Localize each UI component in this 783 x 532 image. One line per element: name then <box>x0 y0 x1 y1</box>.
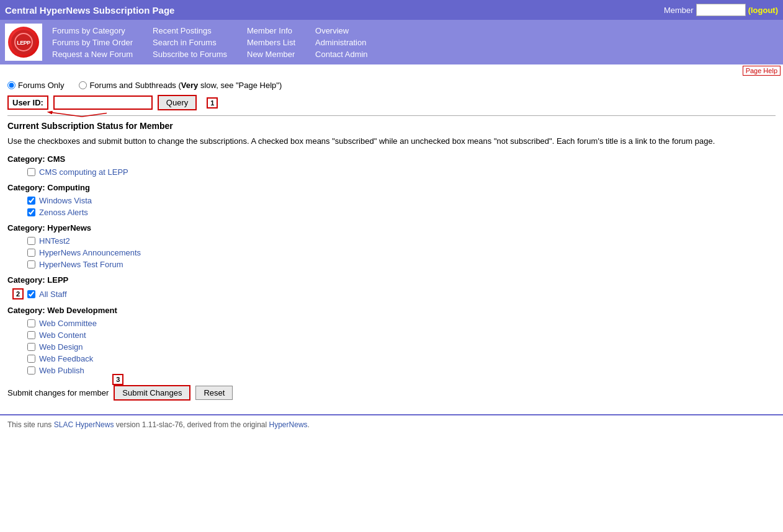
radio-forums-subthreads-input[interactable] <box>79 81 87 89</box>
checkbox-hypernews-announcements[interactable] <box>27 249 35 257</box>
header: Central HyperNews Subscription Page Memb… <box>0 0 783 20</box>
checkbox-windows-vista[interactable] <box>27 197 35 205</box>
forum-item-hypernews-test-forum: HyperNews Test Forum <box>27 260 776 269</box>
radio-forums-only[interactable]: Forums Only <box>7 81 64 90</box>
forum-item-hypernews-announcements: HyperNews Announcements <box>27 248 776 257</box>
link-web-design[interactable]: Web Design <box>39 342 83 352</box>
checkbox-zenoss-alerts[interactable] <box>27 208 35 216</box>
category-cms: Category: CMS <box>7 154 776 164</box>
link-hypernews-announcements[interactable]: HyperNews Announcements <box>39 248 141 257</box>
annotation-3: 3 <box>112 374 123 385</box>
submit-row: Submit changes for member 3 Submit Chang… <box>7 385 776 401</box>
divider-1 <box>7 115 776 116</box>
forum-item-web-feedback: Web Feedback <box>27 354 776 363</box>
nav-request-forum[interactable]: Request a New Forum <box>52 50 133 59</box>
forum-item-zenoss-alerts: Zenoss Alerts <box>27 208 776 217</box>
annotation-2: 2 <box>12 288 24 299</box>
logo-image: LEPP <box>8 27 39 58</box>
forum-item-web-committee: Web Committee <box>27 319 776 328</box>
svg-line-5 <box>50 112 82 117</box>
svg-line-6 <box>82 112 107 117</box>
member-area: Member (logout) <box>664 4 778 16</box>
checkbox-web-committee[interactable] <box>27 319 35 327</box>
footer-mid: version 1.11-slac-76, derived from the o… <box>114 420 269 429</box>
forum-item-web-publish: Web Publish <box>27 366 776 375</box>
footer-link-hypernews[interactable]: HyperNews <box>269 420 308 429</box>
forum-item-web-design: Web Design <box>27 342 776 352</box>
link-all-staff[interactable]: All Staff <box>39 290 67 299</box>
nav-col-4: Overview Administration Contact Admin <box>315 26 368 59</box>
arrow-annotation-svg <box>45 107 107 126</box>
checkbox-hypernews-test-forum[interactable] <box>27 260 35 268</box>
reset-button[interactable]: Reset <box>195 386 233 400</box>
userid-row: User ID: Query 1 <box>7 95 776 110</box>
checkbox-cms-computing[interactable] <box>27 168 35 176</box>
forum-item-web-content: Web Content <box>27 330 776 340</box>
checkbox-web-design[interactable] <box>27 343 35 351</box>
page-help-link[interactable]: Page Help <box>743 66 781 76</box>
submit-button[interactable]: 3 Submit Changes <box>114 385 190 401</box>
nav-administration[interactable]: Administration <box>315 38 368 47</box>
submit-label: Submit changes for member <box>7 388 109 397</box>
checkbox-hntest2[interactable] <box>27 237 35 245</box>
nav-links: Forums by Category Forums by Time Order … <box>52 26 368 59</box>
category-computing: Category: Computing <box>7 183 776 192</box>
radio-forums-subthreads-label: Forums and Subthreads (Very slow, see "P… <box>89 81 282 90</box>
nav-member-info[interactable]: Member Info <box>247 26 295 35</box>
submit-button-label: Submit Changes <box>122 388 182 397</box>
nav-forums-by-category[interactable]: Forums by Category <box>52 26 133 35</box>
link-windows-vista[interactable]: Windows Vista <box>39 196 92 205</box>
svg-text:LEPP: LEPP <box>17 40 30 46</box>
footer-link-slac[interactable]: SLAC HyperNews <box>54 420 114 429</box>
link-zenoss-alerts[interactable]: Zenoss Alerts <box>39 208 88 217</box>
checkbox-web-content[interactable] <box>27 331 35 339</box>
nav-forums-by-time[interactable]: Forums by Time Order <box>52 38 133 47</box>
link-web-feedback[interactable]: Web Feedback <box>39 354 93 363</box>
nav-contact-admin[interactable]: Contact Admin <box>315 50 368 59</box>
userid-label: User ID: <box>7 95 48 110</box>
forum-item-all-staff: 2 All Staff <box>12 288 776 299</box>
nav-col-1: Forums by Category Forums by Time Order … <box>52 26 133 59</box>
radio-row: Forums Only Forums and Subthreads (Very … <box>7 81 776 90</box>
nav-col-2: Recent Postings Search in Forums Subscri… <box>153 26 227 59</box>
footer-post: . <box>308 420 310 429</box>
main-content: Forums Only Forums and Subthreads (Very … <box>0 77 783 409</box>
nav-col-3: Member Info Members List New Member <box>247 26 295 59</box>
member-input[interactable] <box>696 4 746 16</box>
nav-overview[interactable]: Overview <box>315 26 368 35</box>
page-help-bar: Page Help <box>0 64 783 77</box>
subscription-desc: Use the checkboxes and submit button to … <box>7 136 776 147</box>
logout-link[interactable]: (logout) <box>748 6 778 15</box>
navbar: LEPP Forums by Category Forums by Time O… <box>0 20 783 64</box>
checkbox-web-publish[interactable] <box>27 366 35 375</box>
member-label: Member <box>664 6 694 15</box>
nav-search-forums[interactable]: Search in Forums <box>153 38 227 47</box>
nav-members-list[interactable]: Members List <box>247 38 295 47</box>
nav-subscribe-forums[interactable]: Subscribe to Forums <box>153 50 227 59</box>
forum-item-windows-vista: Windows Vista <box>27 196 776 205</box>
link-cms-computing[interactable]: CMS computing at LEPP <box>39 167 128 177</box>
page-title: Central HyperNews Subscription Page <box>5 5 664 16</box>
checkbox-all-staff[interactable] <box>27 290 35 298</box>
query-button[interactable]: Query <box>158 95 197 110</box>
nav-recent-postings[interactable]: Recent Postings <box>153 26 227 35</box>
category-lepp: Category: LEPP <box>7 275 776 285</box>
footer-pre: This site runs <box>7 420 54 429</box>
annotation-1: 1 <box>207 97 218 109</box>
link-hntest2[interactable]: HNTest2 <box>39 236 70 246</box>
checkbox-web-feedback[interactable] <box>27 355 35 363</box>
link-hypernews-test-forum[interactable]: HyperNews Test Forum <box>39 260 123 269</box>
logo: LEPP <box>5 24 42 61</box>
subscription-title: Current Subscription Status for Member <box>7 121 776 131</box>
link-web-committee[interactable]: Web Committee <box>39 319 97 328</box>
radio-forums-subthreads[interactable]: Forums and Subthreads (Very slow, see "P… <box>79 81 282 90</box>
nav-new-member[interactable]: New Member <box>247 50 295 59</box>
forum-item-hntest2: HNTest2 <box>27 236 776 246</box>
link-web-content[interactable]: Web Content <box>39 330 86 340</box>
category-web-development: Category: Web Development <box>7 306 776 315</box>
footer: This site runs SLAC HyperNews version 1.… <box>0 414 783 434</box>
link-web-publish[interactable]: Web Publish <box>39 366 84 375</box>
category-hypernews: Category: HyperNews <box>7 223 776 233</box>
forum-item-cms-computing: CMS computing at LEPP <box>27 167 776 177</box>
radio-forums-only-input[interactable] <box>7 81 16 89</box>
